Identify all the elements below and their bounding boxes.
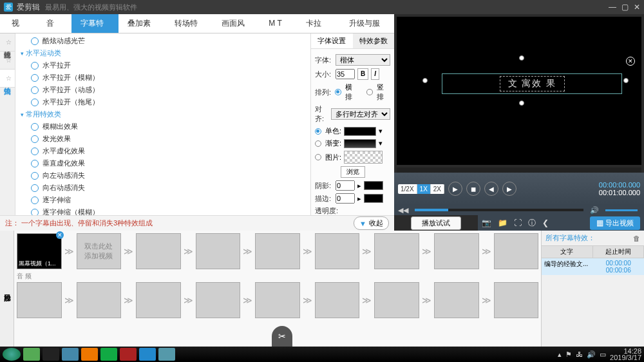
task-item[interactable] [81,348,98,361]
tree-item[interactable]: 模糊出效果 [15,120,310,133]
tree-item[interactable]: 水平拉开 [15,59,310,71]
tray-flag-icon[interactable]: ⚑ [565,350,572,359]
gradient-swatch[interactable] [344,139,376,148]
clip-empty[interactable] [255,233,300,269]
clip-empty[interactable] [136,233,181,269]
remove-clip-icon[interactable]: ✕ [56,231,64,239]
clip-empty[interactable] [494,233,539,269]
dropdown-icon[interactable]: ▾ [379,127,383,135]
tray-volume-icon[interactable]: 🔊 [587,350,596,359]
preview-canvas[interactable]: ✕ 文 寓效 果 [397,17,641,165]
clip-empty[interactable] [196,282,241,318]
info-icon[interactable]: ⓘ [528,218,536,229]
stepper-icon[interactable]: ▸ [357,195,361,203]
task-item[interactable] [62,348,79,361]
clip-empty[interactable] [136,282,181,318]
folder-icon[interactable]: 📁 [498,218,507,227]
task-item[interactable] [158,348,175,361]
radio-solid-color[interactable] [315,128,321,135]
speed-half[interactable]: 1/2X [398,184,417,194]
snapshot-icon[interactable]: 📷 [482,218,491,227]
close-icon[interactable]: ✕ [634,3,640,12]
bold-button[interactable]: B [357,68,368,80]
clock[interactable]: 14:282019/3/17 [610,348,641,361]
progress-slider[interactable] [415,209,583,211]
tab-style[interactable]: 画面风格 [213,14,260,33]
cut-button[interactable]: ✂ [272,326,292,347]
export-button[interactable]: ▦ 导出视频 [590,216,640,230]
speed-2x[interactable]: 2X [431,184,444,194]
effect-tree[interactable]: 酷炫动感光芒 水平运动类 水平拉开 水平拉开（模糊） 水平拉开（动感） 水平拉开… [15,33,310,215]
clip-empty[interactable] [315,233,360,269]
collapse-button[interactable]: ▼收起 [354,216,389,230]
tree-group[interactable]: 水平运动类 [15,47,310,59]
tab-subtitle-fx[interactable]: 字幕特效 [71,14,118,33]
task-item[interactable] [43,348,59,361]
trash-icon[interactable]: 🗑 [633,234,640,242]
tree-item[interactable]: 垂直虚化效果 [15,157,310,169]
tree-item[interactable]: 水平拉开（模糊） [15,71,310,84]
tab-overlay[interactable]: 叠加素材 [118,14,166,33]
tray-network-icon[interactable]: 🖧 [576,350,583,358]
close-text-icon[interactable]: ✕ [626,57,635,66]
tab-transition[interactable]: 转场特效 [166,14,213,33]
minimize-icon[interactable]: — [609,3,616,12]
stage-stay[interactable]: ☆停留特效 [0,52,15,70]
volume-icon[interactable]: 🔊 [590,206,599,214]
clip-empty[interactable] [315,282,360,318]
maximize-icon[interactable]: ▢ [621,3,629,12]
next-frame-button[interactable]: ▶ [502,182,516,196]
share-icon[interactable]: ❮ [542,218,549,227]
tray-lang-icon[interactable]: ▭ [600,350,606,359]
prop-tab-params[interactable]: 特效参数 [353,33,395,48]
clip-empty[interactable] [374,233,419,269]
tree-item[interactable]: 发光效果 [15,133,310,145]
start-button[interactable] [3,348,21,361]
clip-empty[interactable] [77,282,122,318]
clip-empty[interactable] [494,282,539,318]
speed-1x[interactable]: 1X [417,184,431,194]
tab-video[interactable]: 视 频 [3,14,37,33]
tree-item[interactable]: 水平拉开（拖尾） [15,96,310,108]
stepper-icon[interactable]: ▸ [357,182,361,190]
browse-button[interactable]: 浏览 [341,166,365,178]
clip-empty[interactable] [196,233,241,269]
dropdown-icon[interactable]: ▾ [379,139,383,148]
shadow-input[interactable] [336,180,355,191]
task-item[interactable] [23,348,40,361]
prev-icon[interactable]: ◀◀ [398,206,408,214]
task-item[interactable] [139,348,156,361]
seek-bar[interactable] [397,167,641,173]
task-item[interactable] [100,348,117,361]
clip-empty[interactable] [17,282,62,318]
clip-empty[interactable] [434,233,479,269]
fullscreen-icon[interactable]: ⛶ [514,218,522,227]
stroke-input[interactable] [336,193,355,204]
radio-gradient[interactable] [315,140,321,147]
font-select[interactable]: 楷体 [336,54,390,66]
tree-item[interactable]: 水平虚化效果 [15,145,310,157]
tree-item[interactable]: 向左动感消失 [15,169,310,182]
volume-slider[interactable] [605,209,638,211]
fx-row[interactable]: 编导的经验文... 00:00:0000:00:06 [542,258,644,275]
tab-audio[interactable]: 音 频 [37,14,72,33]
image-swatch[interactable] [344,151,383,164]
radio-image[interactable] [315,154,321,160]
tree-group[interactable]: 常用特效类 [15,108,310,120]
tree-item[interactable]: 酷炫动感光芒 [15,35,310,47]
align-select[interactable]: 多行时左对齐 [331,108,390,120]
text-box[interactable]: 文 寓效 果 [442,73,622,94]
clip[interactable]: ✕黑幕视频（1... [17,233,62,269]
stroke-color[interactable] [364,194,383,203]
task-item[interactable] [120,348,137,361]
tree-item[interactable]: 逐字伸缩 [15,194,310,206]
play-test-button[interactable]: 播放试试 [411,216,461,230]
tray-up-icon[interactable]: ▴ [558,350,562,359]
stage-appear[interactable]: ☆出现特效 [0,33,15,52]
timeline[interactable]: ✕黑幕视频（1... ≫ 双击此处添加视频 ≫ ≫ ≫ ≫ ≫ ≫ ≫ 音 频 … [14,231,541,347]
color-swatch[interactable] [344,127,376,136]
tab-mtv[interactable]: M T V [260,14,297,33]
tree-item[interactable]: 向右动感消失 [15,182,310,194]
clip-empty[interactable] [255,282,300,318]
tab-karaoke[interactable]: 卡拉OK [297,14,340,33]
